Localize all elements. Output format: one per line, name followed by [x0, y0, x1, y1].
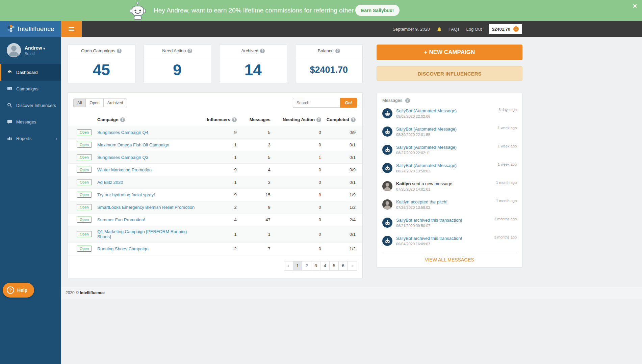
logout-link[interactable]: Log Out [466, 27, 482, 32]
message-item[interactable]: SallyBot (Automated Message)08/30/2020 2… [382, 122, 517, 141]
user-avatar [382, 199, 392, 209]
table-row: OpenRunning Shoes Campaign2701/2 [68, 243, 362, 255]
influencers-count: 2 [204, 201, 239, 214]
messages-count: 1 [239, 226, 273, 243]
banner-close-icon[interactable]: ✕ [633, 3, 637, 10]
earn-sallybux-button[interactable]: Earn Sallybux! [355, 5, 400, 16]
message-title[interactable]: SallyBot (Automated Message) [396, 163, 457, 168]
stat-card-balance: Balance ? $2401.70 [295, 45, 363, 83]
message-title[interactable]: SallyBot (Automated Message) [396, 108, 457, 113]
help-icon[interactable]: ? [351, 117, 356, 122]
tab-archived[interactable]: Archived [103, 99, 127, 107]
help-icon[interactable]: ? [316, 117, 321, 122]
help-icon[interactable]: ? [187, 49, 192, 53]
stat-title: Open Campaigns [81, 48, 115, 53]
sidebar-item-messages[interactable]: Messages [0, 114, 61, 130]
needing-action-count: 8 [273, 189, 324, 201]
chat-bubble-icon [7, 119, 12, 125]
message-item[interactable]: SallyBot archived this transaction!06/21… [382, 214, 517, 232]
help-icon[interactable]: ? [405, 98, 410, 103]
messages-count: 4 [239, 164, 273, 176]
message-title[interactable]: SallyBot archived this transaction! [396, 218, 462, 223]
status-badge: Open [77, 246, 92, 252]
message-timestamp: 07/28/2020 13:58:02 [396, 205, 447, 209]
user-avatar[interactable] [7, 43, 21, 57]
completed-count: 1/2 [324, 243, 362, 255]
message-item[interactable]: Kaitlyn accepted the pitch!07/28/2020 13… [382, 195, 517, 214]
campaign-link[interactable]: Winter Marketing Promotion [97, 167, 152, 172]
message-title[interactable]: SallyBot (Automated Message) [396, 127, 457, 132]
pagination-page-2[interactable]: 2 [302, 261, 311, 271]
topbar: Intellifluence September 9, 2020 FAQs Lo… [0, 21, 642, 37]
message-item[interactable]: SallyBot (Automated Message)09/02/2020 2… [382, 104, 517, 122]
campaign-link[interactable]: Sunglasses Campaign Q3 [97, 155, 148, 160]
needing-action-count: 0 [273, 164, 324, 176]
pagination-prev[interactable]: ‹ [284, 261, 293, 271]
help-icon[interactable]: ? [120, 117, 125, 122]
campaign-link[interactable]: Maximum Omega Fish Oil Campaign [97, 142, 169, 147]
message-item[interactable]: SallyBot archived this transaction!06/04… [382, 232, 517, 250]
message-ago: 1 week ago [498, 144, 517, 148]
needing-action-count: 0 [273, 214, 324, 226]
completed-count: 0/1 [324, 226, 362, 243]
campaign-link[interactable]: SmartLooks Emergency Blemish Relief Prom… [97, 205, 195, 210]
sidebar-toggle-button[interactable] [61, 21, 82, 37]
pagination-page-3[interactable]: 3 [311, 261, 320, 271]
sidebar-item-campaigns[interactable]: Campaigns [0, 81, 61, 97]
message-title[interactable]: Kaitlyn accepted the pitch! [396, 199, 447, 204]
help-icon[interactable]: ? [232, 117, 237, 122]
new-campaign-button[interactable]: + NEW CAMPAIGN [377, 45, 522, 60]
sallybot-avatar [382, 145, 392, 155]
help-icon[interactable]: ? [335, 49, 340, 53]
help-icon[interactable]: ? [117, 49, 122, 53]
campaign-link[interactable]: Ad Blitz 2020 [97, 180, 123, 185]
left-column: Open Campaigns ? 45 Need Action ? 9 [68, 45, 363, 278]
balance-button[interactable]: $2401.70 + [489, 24, 522, 34]
message-title[interactable]: Kaitlyn sent a new message. [396, 181, 454, 186]
message-ago: 1 week ago [498, 126, 517, 130]
message-item[interactable]: SallyBot (Automated Message)08/27/2020 2… [382, 141, 517, 159]
notifications-bell-icon[interactable] [437, 27, 442, 32]
sidebar-item-discover-influencers[interactable]: Discover Influencers [0, 97, 61, 114]
discover-influencers-button[interactable]: DISCOVER INFLUENCERS [377, 66, 522, 81]
completed-count: 1/9 [324, 189, 362, 201]
pagination-page-4[interactable]: 4 [320, 261, 330, 271]
footer: 2020 © Intellifluence [61, 286, 642, 299]
main-content: Open Campaigns ? 45 Need Action ? 9 [61, 37, 642, 364]
search-go-button[interactable]: Go! [340, 98, 357, 108]
tab-open[interactable]: Open [85, 99, 103, 107]
search-input[interactable] [293, 98, 340, 108]
message-title[interactable]: SallyBot archived this transaction! [396, 236, 462, 241]
message-sender-name: Kaitlyn [396, 181, 411, 186]
stat-value: 45 [68, 57, 135, 83]
pagination-page-6[interactable]: 6 [338, 261, 348, 271]
message-title[interactable]: SallyBot (Automated Message) [396, 145, 457, 150]
help-button[interactable]: ? Help [3, 283, 34, 298]
help-icon[interactable]: ? [260, 49, 265, 53]
user-box[interactable]: Andrew ▾ Brand [0, 37, 61, 64]
campaign-link[interactable]: Summer Fun Promotion! [97, 217, 145, 222]
tab-all[interactable]: All [73, 99, 86, 107]
pagination-next[interactable]: › [348, 261, 357, 271]
logo[interactable]: Intellifluence [0, 21, 61, 37]
message-item[interactable]: SallyBot (Automated Message)08/27/2020 1… [382, 159, 517, 177]
user-name[interactable]: Andrew ▾ [25, 45, 45, 51]
campaign-link[interactable]: Try our hydrating facial spray! [97, 192, 155, 197]
message-item[interactable]: Kaitlyn sent a new message.07/28/2020 14… [382, 177, 517, 195]
influencers-count: 1 [204, 139, 239, 151]
sidebar-item-reports[interactable]: Reports ‹ [0, 130, 61, 147]
sallybot-avatar [382, 218, 392, 228]
dashboard-gauge-icon [7, 69, 12, 76]
stat-card-archived: Archived ? 14 [219, 45, 287, 83]
column-influencers: Influencers [207, 117, 230, 122]
pagination-page-5[interactable]: 5 [329, 261, 339, 271]
campaign-link[interactable]: Sunglasses Campaign Q4 [97, 130, 148, 135]
faqs-link[interactable]: FAQs [448, 27, 460, 32]
table-row: OpenTry our hydrating facial spray!91581… [68, 189, 362, 201]
campaign-link[interactable]: Q1 Marketing Campaign [PERFORM Running S… [97, 229, 187, 239]
sidebar-item-dashboard[interactable]: Dashboard [0, 64, 61, 81]
view-all-messages-link[interactable]: VIEW ALL MESSAGES [382, 252, 517, 262]
pagination-page-1[interactable]: 1 [293, 261, 302, 271]
column-campaign: Campaign [97, 117, 119, 122]
campaign-link[interactable]: Running Shoes Campaign [97, 246, 149, 251]
